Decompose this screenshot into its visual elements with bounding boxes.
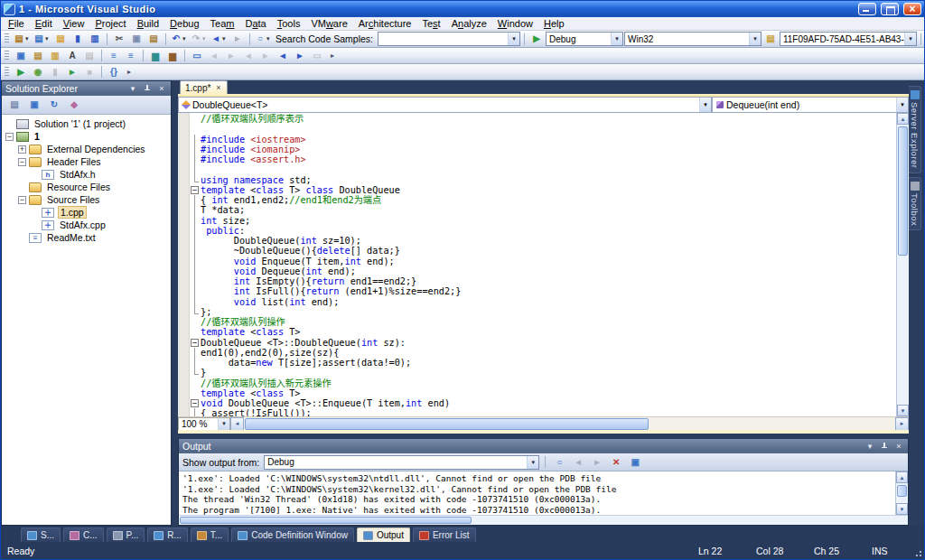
collapse-region-icon[interactable]: −: [191, 339, 199, 347]
chevron-down-icon[interactable]: ▾: [25, 35, 32, 42]
add-new-item-button[interactable]: ▤▾: [33, 32, 51, 46]
find-message-button[interactable]: ○: [551, 455, 567, 470]
minimize-button[interactable]: [858, 3, 876, 15]
chevron-down-icon[interactable]: [218, 418, 229, 430]
restore-button[interactable]: [881, 3, 899, 15]
save-button[interactable]: ▮: [70, 32, 86, 46]
redo-button[interactable]: ↷▾: [190, 32, 209, 46]
output-horizontal-scrollbar[interactable]: [179, 515, 908, 525]
types-dropdown[interactable]: DoubleQueue<T>: [178, 97, 712, 113]
scroll-left-icon[interactable]: ◄: [230, 417, 244, 431]
menu-project[interactable]: Project: [89, 18, 131, 29]
bottom-tab-error-list[interactable]: Error List: [413, 527, 476, 542]
code-editor[interactable]: //循环双端队列顺序表示 #include <iostream>#include…: [178, 113, 909, 416]
decrease-indent-button[interactable]: ≡: [106, 49, 122, 63]
toolbar-grip[interactable]: [5, 51, 9, 61]
tree-item-stdafx-cpp[interactable]: ＋StdAfx.cpp: [2, 219, 171, 231]
profiler-pause-button[interactable]: ▮: [47, 65, 63, 79]
scroll-up-icon[interactable]: ▲: [897, 113, 909, 125]
chevron-down-icon[interactable]: [699, 98, 711, 112]
search-button[interactable]: ○▾: [254, 32, 273, 46]
bottom-tab-c[interactable]: C...: [63, 527, 104, 542]
toolbar-grip[interactable]: [5, 33, 9, 44]
right-tab-toolbox[interactable]: Toolbox: [909, 177, 921, 230]
window-position-icon[interactable]: ▾: [864, 441, 875, 452]
indicator-margin[interactable]: [178, 113, 190, 416]
clear-bookmarks-button[interactable]: ▭: [309, 49, 325, 63]
clear-all-button[interactable]: ✕: [608, 455, 624, 470]
scrollbar-track[interactable]: [896, 483, 908, 503]
code-text[interactable]: //循环双端队列顺序表示 #include <iostream>#include…: [190, 113, 896, 416]
horizontal-splitter[interactable]: [178, 430, 909, 439]
scrollbar-thumb[interactable]: [245, 418, 649, 430]
next-message-button[interactable]: ►: [589, 455, 605, 470]
toolbar-overflow-icon[interactable]: ▸: [125, 66, 134, 79]
tree-item-external-dependencies[interactable]: +External Dependencies: [2, 143, 171, 155]
profiler-resume-button[interactable]: ►: [64, 65, 80, 79]
find-in-files-button[interactable]: ▤: [762, 32, 779, 46]
outlining-margin[interactable]: −: [190, 185, 201, 195]
menu-window[interactable]: Window: [492, 18, 538, 29]
chevron-down-icon[interactable]: [508, 33, 519, 45]
cut-button[interactable]: ✂: [111, 32, 127, 46]
members-dropdown[interactable]: Dequeue(int end): [712, 97, 909, 113]
menu-data[interactable]: Data: [239, 18, 271, 29]
show-all-files-button[interactable]: ▣: [26, 98, 42, 112]
chevron-down-icon[interactable]: ▾: [182, 35, 189, 42]
outlining-margin[interactable]: −: [190, 338, 201, 348]
open-file-button[interactable]: ▤: [52, 32, 69, 46]
bottom-tab-s[interactable]: S...: [21, 527, 61, 542]
profiler-stop-button[interactable]: ■: [81, 65, 98, 79]
solution-platforms-combo[interactable]: Win32: [624, 32, 761, 46]
outlining-margin[interactable]: −: [190, 398, 201, 408]
auto-hide-pin-icon[interactable]: [879, 441, 890, 452]
scrollbar-thumb[interactable]: [180, 517, 472, 524]
chevron-down-icon[interactable]: ▾: [45, 35, 51, 42]
code-snippets-button[interactable]: {}: [106, 65, 122, 79]
menu-build[interactable]: Build: [132, 18, 164, 29]
bottom-tab-r[interactable]: R...: [147, 527, 188, 542]
chevron-down-icon[interactable]: [749, 33, 761, 45]
comment-selection-button[interactable]: ▆: [147, 49, 164, 63]
next-bookmark-in-document-button[interactable]: ►: [292, 49, 308, 63]
collapse-icon[interactable]: −: [5, 133, 14, 141]
tab-close-icon[interactable]: [214, 84, 222, 92]
previous-bookmark-in-folder-button[interactable]: ◄: [240, 49, 257, 63]
collapse-region-icon[interactable]: −: [191, 399, 199, 407]
toolbar-overflow-icon[interactable]: ▸: [328, 50, 337, 62]
menu-test[interactable]: Test: [416, 18, 445, 29]
scroll-right-icon[interactable]: ►: [895, 417, 909, 431]
word-wrap-button[interactable]: ▣: [627, 455, 643, 470]
scroll-down-icon[interactable]: ▼: [896, 503, 908, 515]
tree-item-header-files[interactable]: −Header Files: [2, 155, 171, 168]
menu-team[interactable]: Team: [205, 18, 240, 29]
uncomment-selection-button[interactable]: ▆: [164, 49, 181, 63]
menu-analyze[interactable]: Analyze: [446, 18, 492, 29]
previous-bookmark-button[interactable]: ◄: [206, 49, 222, 63]
navigate-forward-button[interactable]: ►: [229, 32, 246, 46]
toggle-bookmark-button[interactable]: ▭: [189, 49, 205, 63]
tree-item-resource-files[interactable]: Resource Files: [2, 181, 171, 193]
next-bookmark-in-folder-button[interactable]: ►: [257, 49, 274, 63]
auto-hide-pin-icon[interactable]: [142, 83, 153, 94]
command-guid-combo[interactable]: 11F09AFD-75AD-4E51-AB43-E098: [780, 32, 917, 46]
scrollbar-track[interactable]: [897, 125, 909, 405]
tree-item-source-files[interactable]: −Source Files: [2, 193, 171, 206]
copy-button[interactable]: ▣: [128, 32, 145, 46]
chevron-down-icon[interactable]: ▾: [266, 35, 273, 42]
chevron-down-icon[interactable]: ▾: [222, 35, 229, 42]
bottom-tab-code-definition-window[interactable]: Code Definition Window: [231, 527, 354, 542]
tree-item-solution-1-1-project[interactable]: Solution '1' (1 project): [2, 117, 171, 130]
parameter-info-button[interactable]: ▤: [30, 49, 46, 63]
chevron-down-icon[interactable]: [904, 33, 916, 45]
menu-debug[interactable]: Debug: [164, 18, 204, 29]
bottom-tab-p[interactable]: P...: [107, 527, 145, 542]
tree-item-1[interactable]: −1: [2, 130, 171, 143]
chevron-down-icon[interactable]: [527, 456, 538, 469]
toolbar-grip[interactable]: [5, 67, 9, 78]
close-panel-icon[interactable]: ×: [893, 441, 904, 452]
previous-message-button[interactable]: ◄: [570, 455, 586, 470]
collapse-region-icon[interactable]: −: [191, 186, 199, 194]
bottom-tab-t[interactable]: T...: [191, 527, 229, 542]
menu-edit[interactable]: Edit: [30, 18, 58, 29]
